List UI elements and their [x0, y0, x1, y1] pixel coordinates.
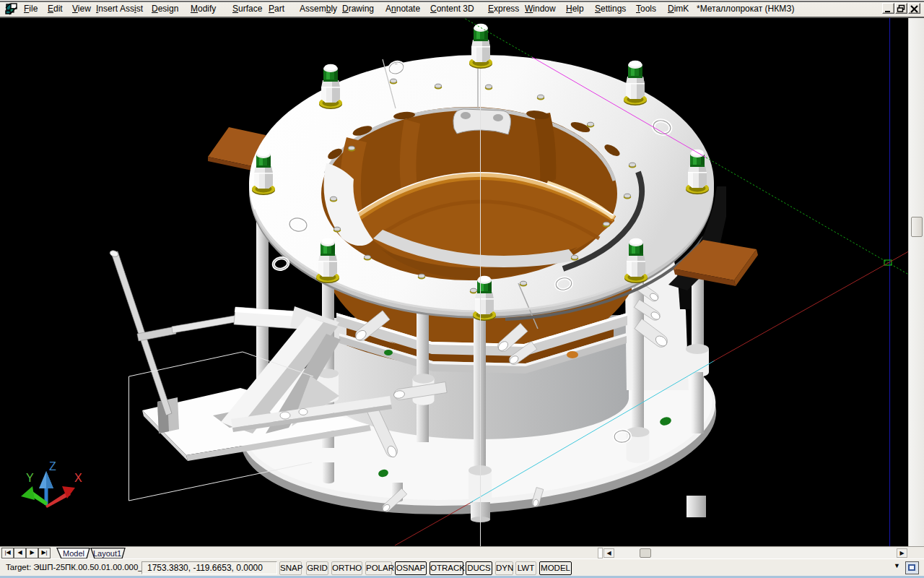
svg-text:Y: Y [26, 472, 34, 484]
svg-text:Layout1: Layout1 [93, 549, 121, 558]
svg-text:Model: Model [63, 549, 84, 558]
svg-text:X: X [74, 472, 82, 484]
svg-text:Z: Z [49, 460, 56, 473]
